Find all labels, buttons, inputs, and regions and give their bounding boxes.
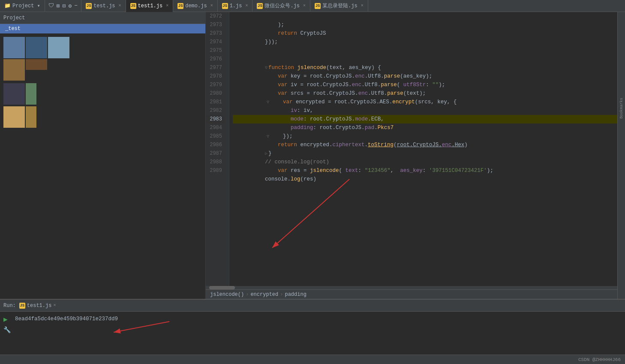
run-tab-bar: Run: JS test1.js × bbox=[0, 300, 625, 312]
main-layout: Project _test bbox=[0, 12, 625, 299]
ln-2980: 2980 bbox=[206, 89, 225, 98]
ln-2982: 2982 bbox=[206, 106, 225, 115]
run-tab-test1[interactable]: JS test1.js × bbox=[19, 303, 56, 309]
breadcrumb-sep-1: › bbox=[246, 292, 249, 298]
tab-denglu-js-close[interactable]: × bbox=[361, 3, 364, 8]
status-text: CSDN @ZHHHHHJ66 bbox=[578, 357, 621, 362]
ln-2981: 2981 bbox=[206, 98, 225, 106]
color-block-9 bbox=[26, 106, 36, 128]
tab-demo-js[interactable]: JS demo.js × bbox=[173, 0, 217, 12]
play-button[interactable]: ▶ bbox=[3, 315, 11, 324]
color-block-2 bbox=[26, 37, 47, 58]
ln-2978: 2978 bbox=[206, 72, 225, 81]
sidebar: Project _test bbox=[0, 12, 206, 299]
js-icon-3: JS bbox=[177, 3, 183, 9]
bottom-panel: Run: JS test1.js × ▶ 🔧 8ead4fa5dc4e49e45… bbox=[0, 299, 625, 355]
ln-2972: 2972 bbox=[206, 12, 225, 21]
code-line-2975 bbox=[233, 46, 617, 55]
sidebar-file-selected[interactable]: _test bbox=[0, 24, 205, 33]
tab-test-js-close[interactable]: × bbox=[119, 3, 121, 8]
breadcrumb-bar: jslencode() › encrypted › padding bbox=[206, 289, 617, 299]
js-icon-4: JS bbox=[222, 3, 228, 9]
color-block-8 bbox=[3, 106, 25, 128]
ln-2974: 2974 bbox=[206, 38, 225, 46]
svg-line-3 bbox=[114, 322, 169, 332]
run-output: 8ead4fa5dc4e49e459b394071e237dd9 bbox=[15, 314, 622, 341]
run-tab-close[interactable]: × bbox=[53, 303, 56, 308]
breadcrumb-jslencode[interactable]: jslencode() bbox=[210, 292, 244, 298]
grid-icon[interactable]: ⊟ bbox=[63, 3, 66, 9]
tab-weixin-js-close[interactable]: × bbox=[303, 3, 306, 8]
tab-test-js-label: test.js bbox=[93, 3, 115, 9]
sidebar-header: Project bbox=[0, 12, 205, 24]
color-block-1 bbox=[3, 37, 25, 58]
output-arrow bbox=[101, 319, 186, 337]
tab-demo-js-label: demo.js bbox=[185, 3, 207, 9]
code-scrollbar[interactable] bbox=[206, 286, 617, 289]
tab-test-js[interactable]: JS test.js × bbox=[81, 0, 126, 12]
js-icon-5: JS bbox=[257, 3, 263, 9]
color-block-3 bbox=[48, 37, 69, 58]
js-icon-2: JS bbox=[130, 3, 136, 9]
shield-icon[interactable]: 🛡 bbox=[48, 3, 54, 9]
run-controls: ▶ 🔧 bbox=[3, 314, 11, 334]
ln-2975: 2975 bbox=[206, 46, 225, 55]
breadcrumb-padding[interactable]: padding bbox=[285, 292, 306, 298]
code-scrollbar-thumb[interactable] bbox=[209, 286, 235, 289]
wrench-button[interactable]: 🔧 bbox=[3, 326, 11, 334]
tab-bar: 📁 Project ▾ 🛡 ⊞ ⊟ ⚙ − JS test.js × JS te… bbox=[0, 0, 625, 12]
code-line-2976: ▽function jslencode(text, aes_key) { bbox=[233, 55, 617, 63]
project-icon: 📁 bbox=[4, 3, 11, 9]
ln-2973: 2973 bbox=[206, 29, 225, 38]
layout-icon[interactable]: ⊞ bbox=[57, 3, 60, 9]
ln-2983: 2983 bbox=[206, 115, 225, 123]
tab-test1-js-label: test1.js bbox=[138, 3, 163, 9]
sidebar-image-area bbox=[0, 33, 205, 131]
run-js-icon: JS bbox=[19, 303, 25, 309]
ln-2987: 2987 bbox=[206, 149, 225, 158]
ln-2989: 2989 bbox=[206, 166, 225, 175]
ln-2976: 2976 bbox=[206, 55, 225, 63]
js-icon-6: JS bbox=[315, 3, 321, 9]
tab-demo-js-close[interactable]: × bbox=[210, 3, 213, 8]
code-line-2987: // console.log(root) bbox=[233, 149, 617, 158]
run-tab-label: test1.js bbox=[27, 303, 52, 309]
status-bar: CSDN @ZHHHHHJ66 bbox=[0, 355, 625, 364]
tab-1-js[interactable]: JS 1.js × bbox=[218, 0, 253, 12]
ln-2988: 2988 bbox=[206, 158, 225, 166]
code-container[interactable]: 2972 2973 2973 2974 2975 2976 2977 2978 … bbox=[206, 12, 617, 286]
bookmarks-label: Bookmarks bbox=[619, 98, 624, 119]
tab-project[interactable]: 📁 Project ▾ bbox=[0, 0, 45, 12]
ln-2986: 2986 bbox=[206, 141, 225, 149]
sidebar-file-label: _test bbox=[5, 26, 21, 32]
tab-test1-js[interactable]: JS test1.js × bbox=[126, 0, 174, 12]
sidebar-title: Project bbox=[3, 15, 25, 21]
color-block-6 bbox=[3, 83, 25, 105]
tab-denglu-js[interactable]: JS 某总录登陆.js × bbox=[310, 0, 368, 12]
run-content: ▶ 🔧 8ead4fa5dc4e49e459b394071e237dd9 bbox=[0, 312, 625, 355]
code-line-2974 bbox=[233, 38, 617, 46]
breadcrumb-encrypted[interactable]: encrypted bbox=[250, 292, 278, 298]
settings-icon[interactable]: ⚙ bbox=[69, 3, 72, 9]
code-line-2973a: return CryptoJS bbox=[233, 21, 617, 29]
tab-1-js-label: 1.js bbox=[230, 3, 242, 9]
ln-2985: 2985 bbox=[206, 132, 225, 141]
tab-1-js-close[interactable]: × bbox=[245, 3, 248, 8]
js-icon: JS bbox=[86, 3, 92, 9]
color-block-4 bbox=[3, 59, 25, 81]
color-block-7 bbox=[26, 83, 36, 105]
code-line-2972: ); bbox=[233, 12, 617, 21]
tab-weixin-js-label: 微信公众号.js bbox=[264, 2, 300, 9]
tab-project-label: Project ▾ bbox=[12, 3, 40, 9]
minimize-icon[interactable]: − bbox=[74, 3, 78, 9]
tab-weixin-js[interactable]: JS 微信公众号.js × bbox=[252, 0, 310, 12]
ln-2972b: 2973 bbox=[206, 21, 225, 29]
ln-2984: 2984 bbox=[206, 123, 225, 132]
color-block-5 bbox=[26, 59, 47, 70]
ln-2977: 2977 bbox=[206, 63, 225, 72]
breadcrumb-sep-2: › bbox=[280, 292, 283, 298]
ln-2979: 2979 bbox=[206, 81, 225, 89]
tab-test1-js-close[interactable]: × bbox=[166, 3, 168, 8]
tab-denglu-js-label: 某总录登陆.js bbox=[322, 2, 358, 9]
code-lines: ); return CryptoJS })); ▽function jslenc… bbox=[229, 12, 617, 286]
